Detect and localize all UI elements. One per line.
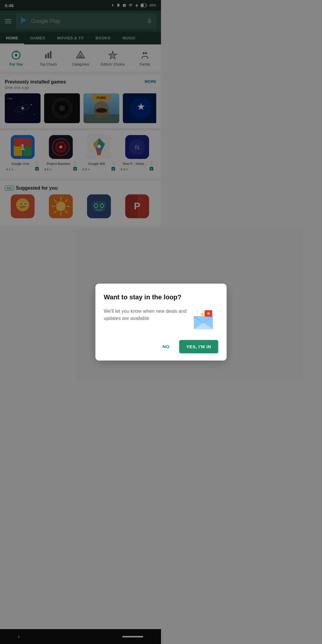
dialog-text: We'll let you know when new deals and up… xyxy=(104,308,161,322)
dialog-title: Want to stay in the loop? xyxy=(104,293,161,302)
dialog-overlay[interactable] xyxy=(0,0,161,322)
dialog-body: We'll let you know when new deals and up… xyxy=(104,308,161,322)
dialog: Want to stay in the loop? We'll let you … xyxy=(95,284,161,322)
